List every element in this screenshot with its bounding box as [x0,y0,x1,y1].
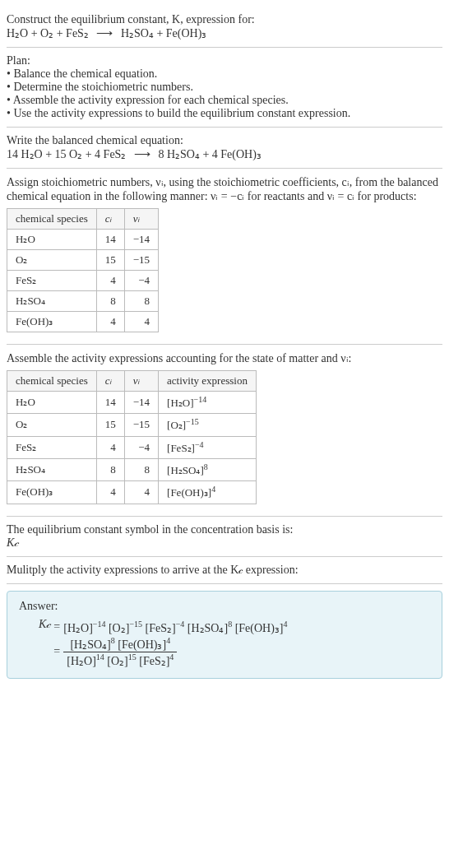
table-row: H₂O 14 −14 [7,230,159,250]
table-row: H₂O 14 −14 [H₂O]−14 [7,392,257,414]
cell-ci: 14 [96,392,124,414]
table-row: FeS₂ 4 −4 [FeS₂]−4 [7,436,257,458]
cell-vi: 4 [124,481,158,504]
col-vi: νᵢ [124,209,158,230]
table-row: O₂ 15 −15 [O₂]−15 [7,414,257,436]
fraction: [H₂SO₄]8 [Fe(OH)₃]4 [H₂O]14 [O₂]15 [FeS₂… [63,636,177,667]
eq-rhs: 8 H₂SO₄ + 4 Fe(OH)₃ [158,148,261,160]
cell-vi: 8 [124,458,158,480]
kc-symbol: K𝒸 [39,618,50,631]
cell-ci: 4 [96,312,124,332]
equals-sign: = [53,645,60,658]
plan-bullet: • Use the activity expressions to build … [7,107,442,120]
balanced-equation: 14 H₂O + 15 O₂ + 4 FeS₂ ⟶ 8 H₂SO₄ + 4 Fe… [7,147,442,161]
cell-species: H₂SO₄ [7,458,97,480]
prompt-section: Construct the equilibrium constant, K, e… [7,7,442,48]
cell-activity: [FeS₂]−4 [159,436,257,458]
stoich-section: Assign stoichiometric numbers, νᵢ, using… [7,169,442,345]
col-ci: cᵢ [96,209,124,230]
plan-section: Plan: • Balance the chemical equation. •… [7,48,442,128]
answer-label: Answer: [19,600,430,613]
plan-bullet: • Assemble the activity expression for e… [7,94,442,107]
table-row: H₂SO₄ 8 8 [H₂SO₄]8 [7,458,257,480]
cell-ci: 8 [96,291,124,312]
cell-vi: −15 [124,250,158,271]
multiply-section: Mulitply the activity expressions to arr… [7,557,442,584]
table-row: Fe(OH)₃ 4 4 [7,312,159,332]
fraction-numerator: [H₂SO₄]8 [Fe(OH)₃]4 [63,636,177,652]
cell-activity: [H₂SO₄]8 [159,458,257,480]
cell-vi: −14 [124,392,158,414]
eq-rhs: H₂SO₄ + Fe(OH)₃ [121,27,206,39]
cell-vi: 8 [124,291,158,312]
cell-species: FeS₂ [7,436,97,458]
cell-ci: 14 [96,230,124,250]
cell-ci: 4 [96,481,124,504]
eq-lhs: H₂O + O₂ + FeS₂ [7,27,89,39]
kc-fraction-form: = [H₂SO₄]8 [Fe(OH)₃]4 [H₂O]14 [O₂]15 [Fe… [53,636,287,667]
plan-bullet: • Determine the stoichiometric numbers. [7,81,442,94]
multiply-text: Mulitply the activity expressions to arr… [7,564,442,577]
cell-activity: [O₂]−15 [159,414,257,436]
symbol-section: The equilibrium constant symbol in the c… [7,517,442,557]
table-header-row: chemical species cᵢ νᵢ [7,209,159,230]
reaction-arrow-icon: ⟶ [134,148,150,160]
activity-table: chemical species cᵢ νᵢ activity expressi… [7,370,257,504]
cell-ci: 4 [96,436,124,458]
balanced-heading: Write the balanced chemical equation: [7,134,442,147]
answer-box: Answer: K𝒸 = [H₂O]−14 [O₂]−15 [FeS₂]−4 [… [7,591,442,679]
activity-section: Assemble the activity expressions accoun… [7,345,442,517]
cell-species: Fe(OH)₃ [7,481,97,504]
cell-vi: −14 [124,230,158,250]
reaction-arrow-icon: ⟶ [96,27,113,39]
stoich-table: chemical species cᵢ νᵢ H₂O 14 −14 O₂ 15 … [7,208,159,332]
activity-intro: Assemble the activity expressions accoun… [7,351,442,365]
cell-ci: 15 [96,250,124,271]
plan-heading: Plan: [7,54,442,67]
answer-equation: K𝒸 = [H₂O]−14 [O₂]−15 [FeS₂]−4 [H₂SO₄]8 … [39,618,430,670]
col-ci: cᵢ [96,371,124,392]
equals-sign: = [53,620,60,634]
cell-species: Fe(OH)₃ [7,312,97,332]
symbol-text: The equilibrium constant symbol in the c… [7,523,442,536]
cell-activity: [Fe(OH)₃]4 [159,481,257,504]
cell-activity: [H₂O]−14 [159,392,257,414]
cell-species: H₂O [7,230,97,250]
col-activity: activity expression [159,371,257,392]
cell-ci: 15 [96,414,124,436]
prompt-equation: H₂O + O₂ + FeS₂ ⟶ H₂SO₄ + Fe(OH)₃ [7,26,442,40]
cell-vi: −15 [124,414,158,436]
cell-vi: −4 [124,271,158,291]
table-header-row: chemical species cᵢ νᵢ activity expressi… [7,371,257,392]
eq-lhs: 14 H₂O + 15 O₂ + 4 FeS₂ [7,148,126,160]
symbol-kc: K𝒸 [7,536,442,550]
col-vi: νᵢ [124,371,158,392]
cell-species: FeS₂ [7,271,97,291]
col-species: chemical species [7,371,97,392]
stoich-intro: Assign stoichiometric numbers, νᵢ, using… [7,175,442,203]
cell-vi: 4 [124,312,158,332]
fraction-denominator: [H₂O]14 [O₂]15 [FeS₂]4 [63,652,177,668]
table-row: O₂ 15 −15 [7,250,159,271]
col-species: chemical species [7,209,97,230]
cell-species: O₂ [7,414,97,436]
cell-vi: −4 [124,436,158,458]
cell-ci: 4 [96,271,124,291]
table-row: FeS₂ 4 −4 [7,271,159,291]
cell-species: O₂ [7,250,97,271]
cell-species: H₂O [7,392,97,414]
plan-bullet: • Balance the chemical equation. [7,67,442,81]
prompt-text: Construct the equilibrium constant, K, e… [7,13,442,26]
cell-ci: 8 [96,458,124,480]
kc-product-form: = [H₂O]−14 [O₂]−15 [FeS₂]−4 [H₂SO₄]8 [Fe… [53,620,287,635]
table-row: H₂SO₄ 8 8 [7,291,159,312]
cell-species: H₂SO₄ [7,291,97,312]
table-row: Fe(OH)₃ 4 4 [Fe(OH)₃]4 [7,481,257,504]
balanced-section: Write the balanced chemical equation: 14… [7,128,442,169]
